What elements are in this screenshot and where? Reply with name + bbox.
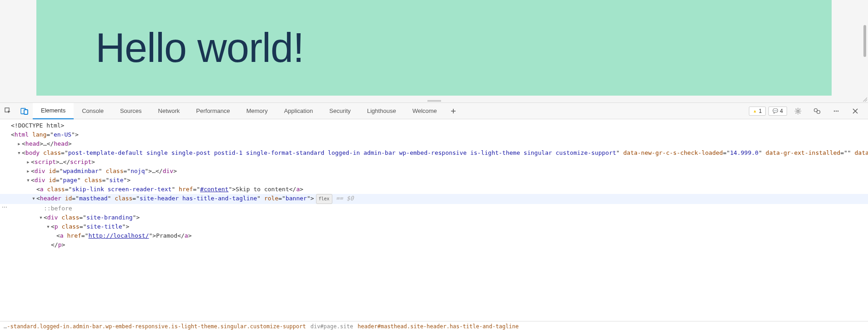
- svg-point-6: [817, 110, 820, 113]
- svg-point-7: [834, 110, 835, 111]
- viewport-scrollbar[interactable]: [863, 25, 866, 57]
- feedback-icon[interactable]: [809, 103, 825, 119]
- svg-point-9: [838, 110, 838, 111]
- tab-lighthouse[interactable]: Lighthouse: [359, 103, 404, 119]
- tab-performance[interactable]: Performance: [188, 103, 238, 119]
- devtools-splitter-handle[interactable]: [427, 100, 441, 102]
- tab-elements[interactable]: Elements: [33, 103, 74, 119]
- inspect-element-icon[interactable]: [0, 103, 16, 119]
- more-tabs-icon[interactable]: [445, 103, 462, 119]
- page-preview: Hello world!: [36, 0, 832, 96]
- gutter-ellipsis-icon[interactable]: ⋯: [0, 204, 9, 210]
- crumb-ellipsis[interactable]: …: [4, 323, 7, 330]
- devtools-toolbar: Elements Console Sources Network Perform…: [0, 103, 868, 119]
- more-options-icon[interactable]: [828, 103, 844, 119]
- panels: <!DOCTYPE html><html lang="en-US">▸<head…: [0, 119, 868, 331]
- tab-application[interactable]: Application: [276, 103, 321, 119]
- crumb-page[interactable]: div#page.site: [311, 323, 353, 330]
- dom-tree[interactable]: <!DOCTYPE html><html lang="en-US">▸<head…: [0, 119, 868, 321]
- resize-handle[interactable]: [863, 97, 867, 102]
- rendered-page-viewport: Hello world!: [0, 0, 868, 102]
- settings-icon[interactable]: [790, 103, 806, 119]
- issues-warning-badge[interactable]: 1: [749, 107, 766, 116]
- tab-memory[interactable]: Memory: [238, 103, 276, 119]
- devtools-tabs: Elements Console Sources Network Perform…: [33, 103, 749, 119]
- device-toolbar-icon[interactable]: [16, 103, 33, 119]
- dom-breadcrumbs[interactable]: … -standard.logged-in.admin-bar.wp-embed…: [0, 321, 868, 331]
- tab-sources[interactable]: Sources: [112, 103, 150, 119]
- devtools: Elements Console Sources Network Perform…: [0, 102, 868, 331]
- dom-panel: <!DOCTYPE html><html lang="en-US">▸<head…: [0, 119, 868, 331]
- tab-console[interactable]: Console: [74, 103, 112, 119]
- issues-info-badge[interactable]: 4: [768, 107, 787, 116]
- close-devtools-icon[interactable]: [847, 103, 863, 119]
- tab-security[interactable]: Security: [321, 103, 359, 119]
- svg-point-8: [836, 110, 837, 111]
- toolbar-right: 1 4: [749, 103, 868, 119]
- tab-network[interactable]: Network: [150, 103, 188, 119]
- svg-rect-2: [24, 110, 28, 114]
- page-heading: Hello world!: [95, 25, 304, 71]
- crumb-body[interactable]: -standard.logged-in.admin-bar.wp-embed-r…: [7, 323, 306, 330]
- svg-point-4: [797, 110, 799, 112]
- tab-welcome[interactable]: Welcome: [404, 103, 445, 119]
- crumb-header[interactable]: header#masthead.site-header.has-title-an…: [358, 323, 519, 330]
